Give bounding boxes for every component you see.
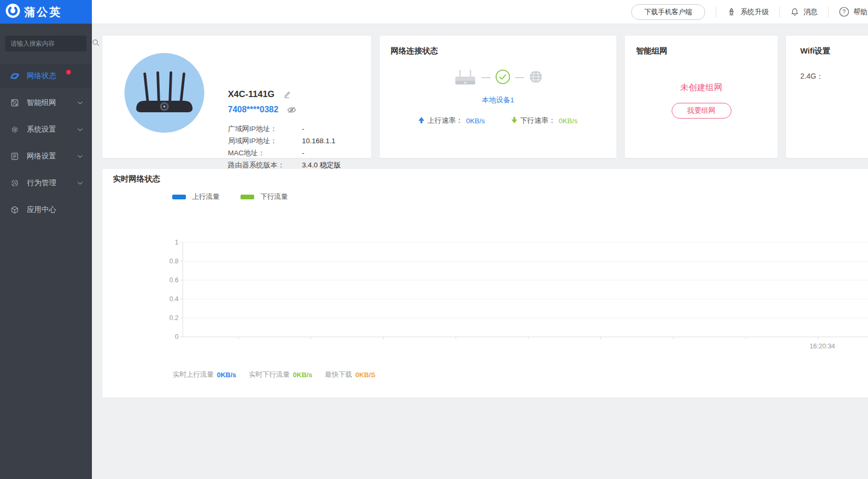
wifi-band-label: 2.4G：: [800, 72, 823, 81]
sidebar-item-network-settings[interactable]: 网络设置: [0, 144, 92, 168]
y-tick-label: 0: [175, 333, 179, 340]
sidebar-menu: 网络状态 智能组网 系统设置: [0, 64, 92, 222]
stat-value: 0KB/s: [217, 371, 236, 379]
messages-label: 消息: [803, 7, 818, 17]
svg-text:?: ?: [843, 8, 846, 15]
device-detail-row: MAC地址： -: [228, 147, 341, 159]
legend-label: 上行流量: [192, 192, 219, 201]
y-tick-label: 1: [175, 239, 179, 246]
system-upgrade-button[interactable]: 系统升级: [727, 7, 769, 17]
stat-label: 实时上行流量: [173, 370, 214, 379]
edit-icon[interactable]: [283, 90, 291, 99]
sidebar: 蒲公英 网络状态: [0, 0, 92, 479]
search-input[interactable]: [11, 40, 92, 47]
x-tick-label: 16:20:34: [810, 343, 835, 350]
stat-label: 最快下载: [325, 370, 352, 379]
y-tick-label: 0.2: [170, 314, 179, 322]
detail-label: 局域网IP地址：: [228, 136, 302, 146]
device-detail-row: 局域网IP地址： 10.168.1.1: [228, 135, 341, 147]
connector-line: [482, 77, 490, 78]
y-tick-label: 0.6: [170, 276, 179, 284]
chart-stats-row: 实时上行流量 0KB/s 实时下行流量 0KB/s 最快下载 0KB/S: [173, 370, 375, 379]
rates-row: 上行速率： 0KB/s 下行速率： 0KB/s: [380, 116, 616, 125]
detail-value: -: [302, 149, 305, 157]
card-title: 智能组网: [636, 46, 667, 56]
help-button[interactable]: ? 帮助: [839, 7, 867, 17]
sidebar-item-label: 网络设置: [27, 152, 56, 161]
device-detail-row: 广域网IP地址： -: [228, 123, 341, 135]
sidebar-item-label: 网络状态: [27, 71, 56, 81]
arrow-up-icon: [419, 117, 424, 125]
chevron-down-icon: [77, 128, 83, 132]
document-icon: [10, 152, 19, 161]
stat-upload: 实时上行流量 0KB/s: [173, 370, 236, 379]
header-actions: 下载手机客户端 系统升级: [631, 0, 867, 24]
legend-item-download[interactable]: 下行流量: [240, 192, 288, 201]
stat-value: 0KB/s: [293, 371, 312, 379]
chevron-down-icon: [77, 101, 83, 105]
traffic-chart: 1 0.8 0.6 0.4 0.2 0 16:20:34: [164, 232, 868, 368]
legend-swatch-green: [240, 195, 254, 199]
gear-icon: [10, 125, 19, 134]
device-model-row: X4C-1141G: [228, 89, 291, 100]
download-rate-value: 0KB/s: [559, 117, 578, 125]
sidebar-item-system-settings[interactable]: 系统设置: [0, 118, 92, 142]
sidebar-item-label: 系统设置: [27, 125, 56, 134]
header-divider: [779, 6, 780, 18]
globe-icon: [529, 70, 543, 86]
legend-swatch-blue: [172, 195, 186, 199]
brand-name: 蒲公英: [24, 5, 62, 19]
messages-button[interactable]: 消息: [790, 7, 818, 17]
stat-fastest: 最快下载 0KB/S: [325, 370, 375, 379]
upload-rate: 上行速率： 0KB/s: [419, 116, 485, 125]
detail-label: 路由器系统版本：: [228, 161, 302, 170]
realtime-network-card: 实时网络状态 上行流量 下行流量: [102, 169, 868, 398]
planet-icon: [10, 71, 19, 81]
help-label: 帮助: [853, 7, 867, 17]
router-image: [132, 67, 196, 119]
search-icon[interactable]: [92, 39, 100, 49]
device-sn-row: 7408****0382: [228, 105, 297, 114]
sidebar-item-behavior-management[interactable]: 行为管理: [0, 171, 92, 195]
bell-icon: [790, 7, 799, 16]
connector-line: [515, 77, 524, 78]
device-sn: 7408****0382: [228, 105, 278, 114]
help-icon: ?: [839, 7, 849, 17]
stat-label: 实时下行流量: [249, 370, 290, 379]
chevron-down-icon: [77, 155, 83, 158]
sidebar-item-smart-mesh[interactable]: 智能组网: [0, 91, 92, 115]
mesh-network-icon: [10, 98, 19, 108]
eye-off-icon[interactable]: [287, 105, 297, 114]
sidebar-item-app-center[interactable]: 应用中心: [0, 198, 92, 222]
download-mobile-client-button[interactable]: 下载手机客户端: [631, 4, 705, 20]
create-mesh-button[interactable]: 我要组网: [672, 103, 731, 119]
download-rate: 下行速率： 0KB/s: [511, 116, 578, 125]
chart-legend: 上行流量 下行流量: [172, 192, 288, 201]
sidebar-item-network-status[interactable]: 网络状态: [0, 64, 92, 88]
smart-mesh-card: 智能组网 未创建组网 我要组网: [625, 36, 778, 158]
sidebar-search: [5, 36, 87, 51]
device-model: X4C-1141G: [228, 89, 275, 100]
notification-dot: [66, 70, 71, 74]
detail-label: MAC地址：: [228, 148, 302, 158]
top-header: 下载手机客户端 系统升级: [92, 0, 868, 24]
behavior-wheel-icon: [10, 178, 19, 188]
check-circle-icon: [495, 69, 510, 87]
stat-value: 0KB/S: [355, 371, 375, 379]
detail-value: 3.4.0 稳定版: [302, 161, 341, 170]
legend-item-upload[interactable]: 上行流量: [172, 192, 219, 201]
arrow-down-icon: [511, 117, 517, 125]
detail-label: 广域网IP地址：: [228, 124, 302, 134]
device-info-card: X4C-1141G 7408****0382 广域网IP地址： -: [102, 36, 371, 158]
router-admin-page: 下载手机客户端 系统升级: [0, 0, 868, 479]
system-upgrade-label: 系统升级: [740, 7, 769, 17]
brand-logo[interactable]: 蒲公英: [0, 0, 92, 24]
local-device-link[interactable]: 本地设备1: [380, 95, 616, 105]
rocket-icon: [727, 7, 736, 17]
connection-diagram: [380, 67, 616, 88]
mesh-status-text: 未创建组网: [625, 82, 778, 93]
card-title: Wifi设置: [800, 46, 830, 56]
upload-rate-label: 上行速率：: [427, 116, 463, 125]
card-title: 实时网络状态: [113, 174, 160, 184]
legend-label: 下行流量: [260, 192, 288, 201]
